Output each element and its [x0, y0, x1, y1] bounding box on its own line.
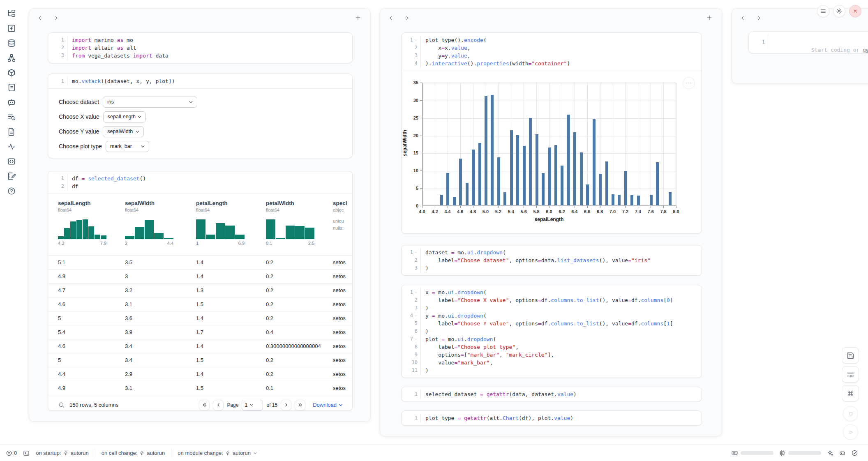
code-editor[interactable]: 1df = selected_dataset()2df: [48, 171, 352, 194]
ai-assistant-button[interactable]: [826, 449, 833, 456]
stop-button[interactable]: [843, 406, 858, 421]
table-cell: setos: [333, 301, 352, 307]
save-button[interactable]: [842, 347, 859, 364]
table-cell: 4.9: [58, 273, 125, 279]
code-editor[interactable]: 1import marimo as mo2import altair as al…: [48, 33, 352, 63]
search-icon[interactable]: [58, 401, 65, 408]
y-tick-label: 5: [402, 186, 418, 191]
column-histogram: [58, 217, 106, 239]
code-snippet-icon[interactable]: [7, 157, 16, 166]
table-row[interactable]: 5.43.91.70.4setos: [48, 325, 352, 339]
table-row[interactable]: 4.931.40.2setos: [48, 269, 352, 283]
last-page-button[interactable]: [295, 400, 305, 410]
scroll-column-right-button[interactable]: [404, 14, 413, 23]
chart-bar: [580, 152, 583, 205]
table-row[interactable]: 4.63.11.50.2setos: [48, 297, 352, 311]
close-button[interactable]: [849, 5, 861, 17]
download-button[interactable]: Download: [313, 402, 343, 408]
x-tick-label: 7.2: [622, 209, 628, 214]
table-row[interactable]: 4.93.11.50.1setos: [48, 381, 352, 395]
table-row[interactable]: 4.42.91.40.2setos: [48, 367, 352, 381]
cpu-usage-meter[interactable]: [779, 449, 821, 456]
on-module-change-setting[interactable]: on module change: autorun: [178, 450, 258, 456]
table-cell: 4.9: [58, 385, 125, 391]
file-tree-icon[interactable]: [7, 9, 16, 18]
notebook-pen-icon[interactable]: [7, 172, 16, 181]
activity-icon[interactable]: [7, 142, 16, 151]
ram-track: [741, 451, 773, 455]
plot-type-dropdown[interactable]: mark_bar: [106, 141, 149, 152]
control-row: Choose datasetiris: [59, 95, 352, 109]
chart-bar: [440, 195, 443, 205]
package-icon[interactable]: [7, 68, 16, 77]
code-editor[interactable]: 1plot_type().encode(2 x=x.value,3 y=y.va…: [402, 33, 702, 71]
workflow-icon[interactable]: [7, 53, 16, 62]
on-cell-change-setting[interactable]: on cell change: autorun: [102, 450, 165, 456]
dataset-dropdown[interactable]: iris: [103, 97, 197, 108]
database-icon[interactable]: [7, 39, 16, 48]
column-header-sepalLength[interactable]: sepalLengthfloat644.37.9: [58, 200, 125, 246]
column-header-petalLength[interactable]: petalLengthfloat6416.9: [196, 200, 266, 246]
code-editor[interactable]: 1x = mo.ui.dropdown(2 label="Choose X va…: [402, 285, 702, 378]
altair-chart[interactable]: 4.04.24.44.64.85.05.25.45.65.86.06.26.46…: [402, 71, 702, 233]
page-select[interactable]: 1: [242, 400, 263, 410]
fold-chevron-icon[interactable]: [414, 251, 418, 254]
table-row[interactable]: 4.73.21.30.2setos: [48, 283, 352, 297]
table-cell: 0.2: [266, 315, 333, 321]
code-editor[interactable]: 1selected_dataset = getattr(data, datase…: [402, 387, 702, 401]
errors-indicator[interactable]: 0: [6, 450, 17, 456]
scroll-column-left-button[interactable]: [388, 14, 397, 23]
scroll-column-right-button[interactable]: [53, 14, 62, 23]
code-editor[interactable]: 1mo.vstack([dataset, x, y, plot]): [48, 74, 352, 88]
table-header: sepalLengthfloat644.37.9sepalWidthfloat6…: [48, 194, 352, 255]
code-editor[interactable]: 1plot_type = getattr(alt.Chart(df), plot…: [402, 411, 702, 425]
run-button[interactable]: [843, 424, 858, 440]
add-cell-button[interactable]: [706, 14, 714, 22]
terminal-button[interactable]: [23, 450, 30, 456]
chart-options-button[interactable]: [683, 77, 695, 89]
menu-button[interactable]: [817, 5, 829, 17]
column-header-sepalWidth[interactable]: sepalWidthfloat6424.4: [125, 200, 196, 246]
column-header-petalWidth[interactable]: petalWidthfloat640.12.5: [266, 200, 333, 246]
command-palette-button[interactable]: [842, 385, 859, 401]
settings-button[interactable]: [833, 5, 845, 17]
chart-bar: [630, 195, 633, 205]
generate-link[interactable]: generate: [863, 47, 868, 53]
column-header-speci[interactable]: speciobjecuniqunulls:: [333, 200, 352, 246]
next-page-button[interactable]: [281, 400, 291, 410]
code-editor[interactable]: 1dataset = mo.ui.dropdown(2 label="Choos…: [402, 245, 702, 275]
function-square-icon[interactable]: [7, 24, 16, 33]
table-cell: setos: [333, 287, 352, 293]
scroll-column-left-button[interactable]: [739, 14, 748, 23]
code-line: 1plot_type().encode(: [402, 36, 702, 44]
on-startup-setting[interactable]: on startup: autorun: [36, 450, 89, 456]
x-value-dropdown[interactable]: sepalLength: [103, 111, 146, 122]
histogram-range: 4.37.9: [58, 241, 106, 246]
fold-chevron-icon[interactable]: [414, 290, 418, 294]
fold-chevron-icon[interactable]: [414, 38, 418, 42]
fold-chevron-icon[interactable]: [414, 337, 418, 341]
file-text-icon[interactable]: [7, 127, 16, 136]
bot-message-icon[interactable]: [7, 98, 16, 107]
first-page-button[interactable]: [199, 400, 210, 410]
prev-page-button[interactable]: [213, 400, 224, 410]
layout-button[interactable]: [842, 366, 859, 383]
fold-chevron-icon[interactable]: [414, 314, 418, 318]
help-circle-icon[interactable]: [7, 187, 16, 196]
table-row[interactable]: 5.13.51.40.2setos: [48, 255, 352, 269]
scratchpad-editor[interactable]: 1 Start coding or generate with: [749, 32, 868, 52]
scroll-column-left-button[interactable]: [37, 14, 46, 23]
y-value-dropdown[interactable]: sepalWidth: [103, 126, 144, 137]
table-cell: 4.6: [58, 301, 125, 307]
table-row[interactable]: 53.61.40.2setos: [48, 311, 352, 325]
copilot-button[interactable]: [839, 449, 846, 456]
add-cell-button[interactable]: [355, 14, 363, 22]
ram-usage-meter[interactable]: [731, 449, 773, 456]
list-search-icon[interactable]: [7, 113, 16, 122]
table-row[interactable]: 53.41.50.2setos: [48, 353, 352, 367]
connection-status-icon[interactable]: [851, 449, 858, 456]
table-row[interactable]: 4.63.41.40.30000000000000004setos: [48, 339, 352, 353]
scroll-text-icon[interactable]: [7, 83, 16, 92]
scroll-column-right-button[interactable]: [756, 14, 765, 23]
table-cell: 0.2: [266, 301, 333, 307]
